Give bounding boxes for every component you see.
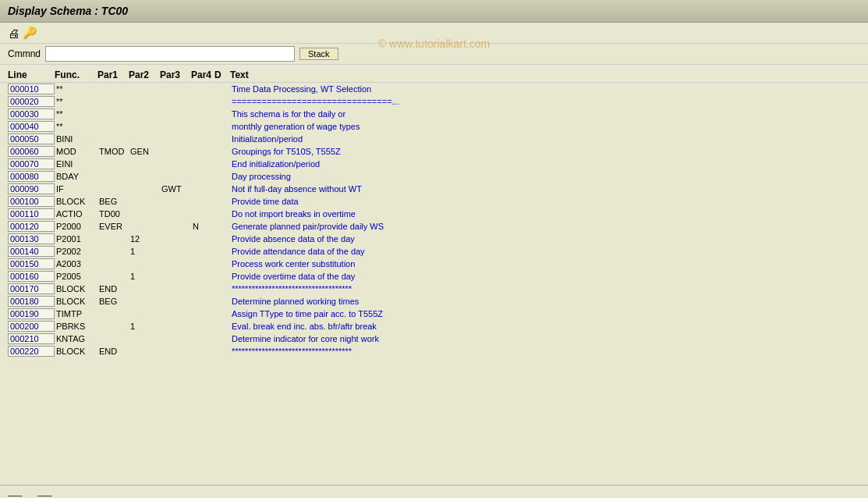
cell-line: 000010: [8, 84, 55, 94]
toolbar: 🖨 🔑 © www.tutorialkart.com: [0, 23, 868, 44]
table-row[interactable]: 000070 EINI End initialization/period: [0, 158, 868, 170]
command-bar: Cmmnd Stack: [0, 44, 868, 65]
cell-func: BINI: [55, 134, 97, 144]
cell-par1: EVER: [97, 222, 129, 231]
table-row[interactable]: 000040 ** monthly generation of wage typ…: [0, 120, 868, 133]
table-row[interactable]: 000080 BDAY Day processing: [0, 170, 868, 183]
cell-par2: GEN: [129, 147, 160, 156]
cell-line: 000040: [8, 121, 55, 132]
cell-text: Assign TType to time pair acc. to T555Z: [230, 309, 860, 318]
cell-func: ACTIO: [55, 209, 97, 219]
cell-par2: 12: [129, 234, 160, 244]
cell-line: 000210: [8, 333, 55, 344]
cell-text: Provide absence data of the day: [230, 234, 860, 244]
table-row[interactable]: 000020 ** ==============================…: [0, 95, 868, 108]
cell-line: 000020: [8, 96, 55, 107]
cell-line: 000130: [8, 233, 55, 244]
table-header: Line Func. Par1 Par2 Par3 Par4 D Text: [0, 68, 868, 83]
cell-func: IF: [55, 184, 97, 194]
table-row[interactable]: 000010 ** Time Data Processing, WT Selec…: [0, 83, 868, 95]
table-row[interactable]: 000090 IF GWT Not if full-day absence wi…: [0, 183, 868, 195]
cell-par1: END: [97, 347, 129, 356]
table-row[interactable]: 000060 MOD TMOD GEN Groupings for T510S,…: [0, 145, 868, 158]
cell-func: BLOCK: [55, 284, 97, 293]
table-row[interactable]: 000180 BLOCK BEG Determine planned worki…: [0, 295, 868, 308]
cell-text: Generate planned pair/provide daily WS: [230, 222, 860, 231]
header-d: D: [214, 69, 230, 80]
cell-text: monthly generation of wage types: [230, 122, 860, 131]
cell-text: Groupings for T510S, T555Z: [230, 147, 860, 156]
cell-func: P2000: [55, 222, 97, 231]
cell-line: 000110: [8, 208, 55, 219]
cell-line: 000030: [8, 108, 55, 119]
cell-line: 000150: [8, 258, 55, 269]
cell-func: A2003: [55, 259, 97, 269]
cell-line: 000190: [8, 308, 55, 319]
table-row[interactable]: 000210 KNTAG Determine indicator for cor…: [0, 333, 868, 345]
header-par1: Par1: [97, 69, 129, 80]
cell-text: Initialization/period: [230, 134, 860, 144]
lock-icon[interactable]: 🔑: [23, 26, 37, 40]
cell-line: 000180: [8, 296, 55, 307]
cell-line: 000100: [8, 196, 55, 207]
cell-par3: GWT: [160, 184, 191, 194]
table-row[interactable]: 000050 BINI Initialization/period: [0, 133, 868, 145]
cell-text: ************************************: [230, 284, 860, 293]
cell-text: Not if full-day absence without WT: [230, 184, 860, 194]
header-text: Text: [230, 69, 860, 80]
table-row[interactable]: 000170 BLOCK END ***********************…: [0, 283, 868, 295]
cell-func: P2005: [55, 272, 97, 281]
cell-text: Process work center substitution: [230, 259, 860, 269]
cell-func: **: [55, 84, 97, 94]
table-row[interactable]: 000200 PBRKS 1 Eval. break end inc. abs.…: [0, 320, 868, 333]
cell-func: **: [55, 122, 97, 131]
bottom-item1: ___: [8, 487, 22, 496]
cell-text: Provide overtime data of the day: [230, 272, 860, 281]
stack-button[interactable]: Stack: [299, 48, 338, 60]
cell-func: **: [55, 97, 97, 106]
cell-par1: TD00: [97, 209, 129, 219]
cell-line: 000160: [8, 271, 55, 282]
save-icon[interactable]: 🖨: [8, 27, 19, 40]
table-row[interactable]: 000160 P2005 1 Provide overtime data of …: [0, 270, 868, 283]
cell-line: 000060: [8, 146, 55, 157]
cell-text: Determine planned working times: [230, 297, 860, 306]
cell-text: Time Data Processing, WT Selection: [230, 84, 860, 94]
cell-text: End initialization/period: [230, 159, 860, 169]
cell-func: MOD: [55, 147, 97, 156]
header-func: Func.: [55, 69, 97, 80]
table-row[interactable]: 000220 BLOCK END ***********************…: [0, 345, 868, 357]
cell-func: TIMTP: [55, 309, 97, 318]
cell-line: 000080: [8, 171, 55, 182]
table-row[interactable]: 000190 TIMTP Assign TType to time pair a…: [0, 308, 868, 320]
command-input[interactable]: [45, 46, 295, 62]
cell-text: Day processing: [230, 172, 860, 181]
cell-par1: TMOD: [97, 147, 129, 156]
cell-line: 000120: [8, 221, 55, 232]
cell-line: 000170: [8, 283, 55, 294]
cell-func: EINI: [55, 159, 97, 169]
header-par2: Par2: [129, 69, 160, 80]
table-body: 000010 ** Time Data Processing, WT Selec…: [0, 83, 868, 357]
table-row[interactable]: 000100 BLOCK BEG Provide time data: [0, 195, 868, 208]
title-text: Display Schema : TC00: [8, 5, 128, 17]
cell-func: BLOCK: [55, 347, 97, 356]
cell-text: Provide time data: [230, 197, 860, 206]
cell-text: Eval. break end inc. abs. bfr/aftr break: [230, 322, 860, 331]
cell-par1: BEG: [97, 297, 129, 306]
cell-func: P2001: [55, 234, 97, 244]
cell-par2: 1: [129, 247, 160, 256]
cell-line: 000090: [8, 183, 55, 194]
cell-func: KNTAG: [55, 334, 97, 343]
cell-func: PBRKS: [55, 322, 97, 331]
table-row[interactable]: 000030 ** This schema is for the daily o…: [0, 108, 868, 120]
header-par3: Par3: [160, 69, 191, 80]
table-row[interactable]: 000110 ACTIO TD00 Do not import breaks i…: [0, 208, 868, 220]
table-row[interactable]: 000140 P2002 1 Provide attendance data o…: [0, 245, 868, 258]
cell-par4: N: [191, 222, 214, 231]
table-row[interactable]: 000150 A2003 Process work center substit…: [0, 258, 868, 270]
table-row[interactable]: 000120 P2000 EVER N Generate planned pai…: [0, 220, 868, 233]
header-par4: Par4: [191, 69, 214, 80]
cell-par1: END: [97, 284, 129, 293]
table-row[interactable]: 000130 P2001 12 Provide absence data of …: [0, 233, 868, 245]
